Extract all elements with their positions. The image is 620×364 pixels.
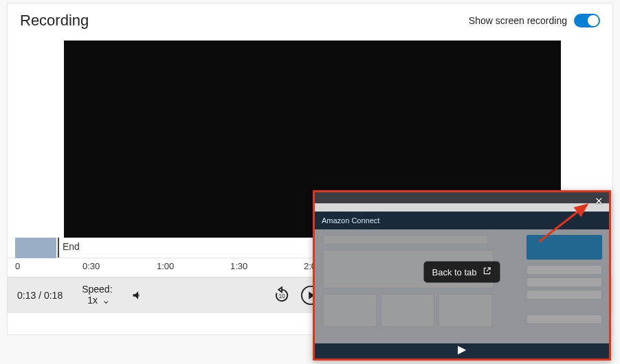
back-to-tab-label: Back to tab — [432, 267, 476, 277]
played-segment — [15, 238, 56, 258]
close-icon[interactable]: ✕ — [593, 195, 605, 207]
app-header: Amazon Connect — [315, 212, 609, 229]
speed-value: 1x — [87, 295, 98, 306]
browser-url-bar — [315, 203, 609, 212]
toggle-group: Show screen recording — [469, 14, 600, 27]
app-body — [315, 229, 609, 343]
picture-in-picture-overlay[interactable]: Amazon Connect ▶ Back to tab ✕ — [313, 190, 611, 361]
show-recording-toggle[interactable] — [574, 14, 600, 27]
svg-text:10: 10 — [278, 293, 285, 299]
panel-title: Recording — [20, 12, 89, 30]
tick: 0:30 — [82, 261, 100, 271]
toggle-label: Show screen recording — [469, 15, 567, 26]
end-label: End — [63, 241, 80, 252]
tick: 1:00 — [157, 261, 174, 271]
replay-10-icon[interactable]: 10 — [272, 285, 292, 306]
tick: 0 — [15, 261, 20, 271]
time-display: 0:13 / 0:18 — [17, 290, 63, 301]
speed-control[interactable]: Speed: 1x ⌄ — [82, 284, 112, 306]
speed-label: Speed: — [82, 284, 112, 295]
tick: 1:30 — [230, 261, 247, 271]
volume-icon[interactable] — [128, 285, 148, 306]
app-title: Amazon Connect — [322, 216, 379, 225]
open-external-icon — [483, 266, 492, 278]
chevron-down-icon[interactable]: ⌄ — [102, 295, 111, 306]
panel-header: Recording Show screen recording — [8, 3, 612, 41]
browser-tab-bar — [315, 192, 609, 203]
pip-play-icon[interactable]: ▶ — [458, 343, 466, 356]
back-to-tab-button[interactable]: Back to tab — [423, 262, 500, 283]
end-marker[interactable] — [58, 238, 59, 258]
